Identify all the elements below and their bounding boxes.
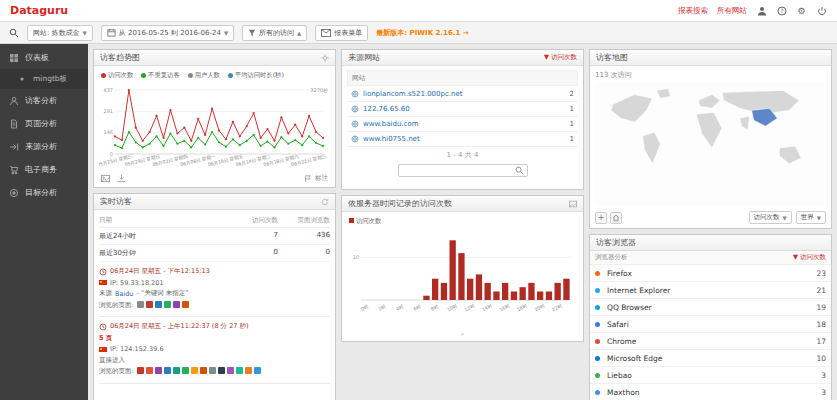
widget-header[interactable]: 访客趋势图 [94, 50, 335, 66]
widget-header[interactable]: 依服务器时间记录的访问次数 [342, 196, 583, 212]
table-search-input[interactable] [402, 167, 510, 175]
visit-source-link[interactable]: Baidu [115, 290, 134, 298]
browser-name: Internet Explorer [607, 286, 670, 295]
page-icon[interactable] [173, 367, 180, 374]
page-icon[interactable] [137, 301, 144, 308]
widget-header[interactable]: 访客地图 [590, 50, 831, 66]
page-icon[interactable] [254, 367, 261, 374]
browser-row[interactable]: Firefox23 [590, 265, 831, 282]
legend-item[interactable]: 访问次数 [101, 71, 133, 80]
browser-subtab[interactable]: 浏览器分析 [595, 253, 628, 262]
map-metric-select[interactable]: 访问次数▼ [749, 211, 792, 224]
help-icon[interactable]: ? [776, 5, 787, 16]
date-range-selector[interactable]: 从 2016-05-25 到 2016-06-24 ▼ [101, 25, 234, 41]
browser-icon [595, 373, 600, 378]
page-icon[interactable] [200, 367, 207, 374]
gear-icon[interactable]: ⚙ [796, 5, 807, 16]
segment-selector[interactable]: 所有的访问 ▲ [242, 25, 307, 41]
world-map[interactable] [595, 82, 824, 206]
widget-settings-icon[interactable] [321, 54, 329, 62]
search-icon[interactable] [8, 27, 19, 38]
report-menu-label: 报表菜单 [334, 28, 362, 38]
realtime-row-30m: 最近30分钟 0 0 [99, 245, 330, 262]
widget-header[interactable]: 实时访客 [94, 194, 335, 210]
annotations-toggle[interactable]: 标注 [304, 174, 328, 183]
legend-item[interactable]: 用户人数 [188, 71, 220, 80]
sidebar-item-visitors[interactable]: 访客分析 [0, 89, 88, 112]
toolbar: 网站: 炼数成金 ▼ 从 2016-05-25 到 2016-06-24 ▼ 所… [0, 22, 837, 44]
map-region-select[interactable]: 世界▼ [796, 211, 826, 224]
browser-row[interactable]: Maxthon3 [590, 384, 831, 400]
page-icon[interactable] [218, 367, 225, 374]
user-icon[interactable] [756, 5, 767, 16]
sidebar-item-pages[interactable]: 页面分析 [0, 112, 88, 135]
page-icon[interactable] [182, 367, 189, 374]
page-icon[interactable] [191, 367, 198, 374]
browser-visits: 3 [821, 371, 826, 380]
legend-item[interactable]: 平均访问时长(秒) [228, 71, 284, 80]
sidebar-item-referrers[interactable]: 来源分析 [0, 135, 88, 158]
legend-item[interactable]: 不重复访客 [141, 71, 179, 80]
page-icon[interactable] [182, 301, 189, 308]
page-icon[interactable] [164, 367, 171, 374]
report-menu-button[interactable]: 报表菜单 [315, 25, 368, 41]
page-icon[interactable] [173, 301, 180, 308]
widget-header[interactable]: 来源网站 ▼ 访问次数 [342, 50, 583, 66]
brand-logo[interactable]: Dataguru [10, 4, 68, 17]
visitor-pages-0 [137, 301, 191, 310]
export-image-icon[interactable] [101, 174, 110, 183]
sort-by-visits[interactable]: ▼ 访问次数 [544, 53, 577, 62]
logout-icon[interactable] [816, 5, 827, 16]
page-icon[interactable] [155, 367, 162, 374]
browser-row[interactable]: Chrome17 [590, 333, 831, 350]
sidebar-item-dashboard[interactable]: 仪表板 [0, 46, 88, 69]
browser-row[interactable]: QQ Browser19 [590, 299, 831, 316]
browser-row[interactable]: Safari18 [590, 316, 831, 333]
referrer-row[interactable]: www.hi0755.net1 [347, 132, 578, 147]
page-icon[interactable] [137, 367, 144, 374]
sidebar-item-label: 电子商务 [25, 164, 57, 175]
browser-row[interactable]: Internet Explorer21 [590, 282, 831, 299]
page-icon[interactable] [164, 301, 171, 308]
sidebar-item-ecommerce[interactable]: 电子商务 [0, 158, 88, 181]
browser-name: Maxthon [607, 388, 640, 397]
servertime-chart[interactable]: 100时2时4时6时8时10时12时14时16时18时20时22时 [347, 228, 574, 326]
browser-row[interactable]: Microsoft Edge10 [590, 350, 831, 367]
map-zoom-in-icon[interactable]: + [595, 212, 607, 224]
sidebar-item-my-dashboard[interactable]: mingtb板 [0, 69, 88, 89]
sidebar-item-goals[interactable]: 目标分析 [0, 181, 88, 204]
referrers-icon [9, 142, 19, 152]
widget-body: 访问次数 不重复访客 用户人数 平均访问时长(秒) 01462914373270… [94, 66, 335, 187]
map-home-icon[interactable] [610, 212, 622, 224]
page-icon[interactable] [236, 367, 243, 374]
pagination[interactable]: 1 - 4 共 4 [347, 147, 578, 162]
legend-item[interactable]: 访问次数 [349, 217, 381, 226]
referrer-row[interactable]: www.baidu.com1 [347, 117, 578, 132]
page-icon[interactable] [146, 367, 153, 374]
sort-by-visits[interactable]: ▼ 访问次数 [793, 253, 826, 262]
site-selector[interactable]: 网站: 炼数成金 ▼ [27, 25, 93, 41]
page-icon[interactable] [245, 367, 252, 374]
page-icon[interactable] [209, 367, 216, 374]
refresh-icon[interactable] [321, 198, 329, 206]
search-icon[interactable] [515, 166, 524, 175]
widget-header[interactable]: 访客浏览器 [590, 235, 831, 251]
referrer-rows: lionplancom.s521.000pc.net2122.76.65.601… [347, 87, 578, 147]
nav-report-search[interactable]: 报表搜索 [678, 6, 708, 16]
export-data-icon[interactable] [117, 174, 126, 183]
browser-name: Microsoft Edge [607, 354, 662, 363]
country-flag-china-icon [99, 347, 107, 352]
page-icon[interactable] [146, 301, 153, 308]
segment-label: 所有的访问 [259, 28, 294, 38]
widget-footer-caret[interactable]: ⌄ [347, 328, 578, 337]
page-icon[interactable] [227, 367, 234, 374]
version-update-link[interactable]: 最新版本: PIWIK 2.16.1 → [376, 28, 468, 38]
nav-all-websites[interactable]: 所有网站 [717, 6, 747, 16]
page-icon[interactable] [155, 301, 162, 308]
referrer-row[interactable]: lionplancom.s521.000pc.net2 [347, 87, 578, 102]
browser-row[interactable]: Liebao3 [590, 367, 831, 384]
visits-chart[interactable]: 01462914373270秒05月25日 星期三05月29日 星期日06月02… [99, 82, 330, 170]
export-image-icon[interactable] [569, 200, 577, 208]
svg-text:0: 0 [110, 151, 113, 157]
referrer-row[interactable]: 122.76.65.601 [347, 102, 578, 117]
